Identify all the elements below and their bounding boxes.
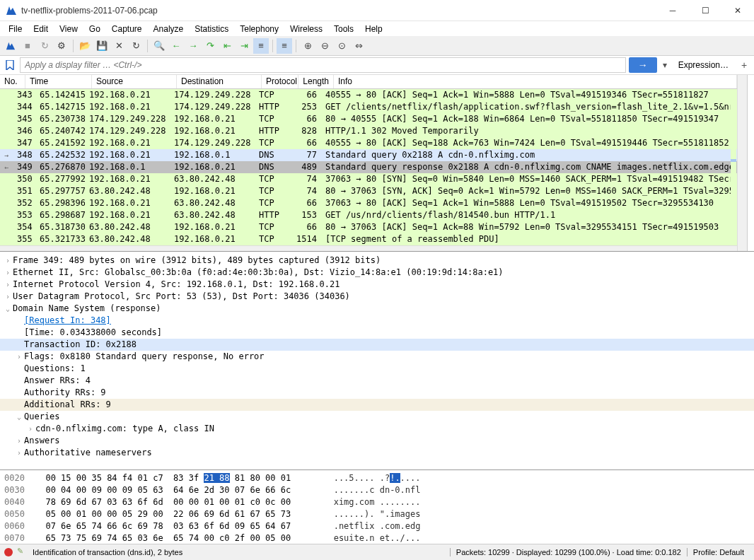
close-button[interactable]: ✕ bbox=[721, 0, 754, 21]
filter-input[interactable] bbox=[20, 57, 626, 73]
packet-row[interactable]: 35565.32173363.80.242.48192.168.0.21TCP1… bbox=[0, 233, 737, 245]
app-icon bbox=[6, 5, 17, 16]
menu-edit[interactable]: Edit bbox=[28, 23, 54, 35]
status-profile[interactable]: Profile: Default bbox=[687, 548, 750, 556]
packet-row[interactable]: 34365.142415192.168.0.21174.129.249.228T… bbox=[0, 89, 737, 101]
packet-row[interactable]: 34565.230738174.129.249.228192.168.0.21T… bbox=[0, 113, 737, 125]
expand-icon[interactable]: › bbox=[3, 279, 13, 291]
col-protocol[interactable]: Protocol bbox=[262, 75, 298, 88]
close-file-icon[interactable]: ✕ bbox=[111, 38, 127, 54]
hex-line[interactable]: 0040 78 69 6d 67 03 63 6f 6d 00 00 01 00… bbox=[4, 496, 750, 508]
collapse-icon[interactable]: ⌄ bbox=[3, 303, 13, 315]
start-capture-icon[interactable] bbox=[3, 38, 18, 54]
packet-list[interactable]: No. Time Source Destination Protocol Len… bbox=[0, 75, 737, 251]
window-title: tv-netflix-problems-2011-07-06.pcap bbox=[21, 6, 656, 16]
col-time[interactable]: Time bbox=[25, 75, 92, 88]
request-link[interactable]: [Request In: 348] bbox=[24, 315, 111, 327]
packet-row[interactable]: →34865.242532192.168.0.21192.168.0.1DNS7… bbox=[0, 149, 737, 161]
colorize-icon[interactable]: ≡ bbox=[277, 38, 292, 54]
packet-row[interactable]: 35165.29775763.80.242.48192.168.0.21TCP7… bbox=[0, 185, 737, 197]
filter-bar: → ▾ Expression… + bbox=[0, 56, 754, 75]
packet-row[interactable]: 35365.298687192.168.0.2163.80.242.48HTTP… bbox=[0, 209, 737, 221]
hex-line[interactable]: 0030 00 04 00 09 00 09 05 63 64 6e 2d 30… bbox=[4, 484, 750, 496]
zoom-reset-icon[interactable]: ⊙ bbox=[334, 38, 349, 54]
menu-go[interactable]: Go bbox=[83, 23, 106, 35]
menu-statistics[interactable]: Statistics bbox=[189, 23, 234, 35]
autoscroll-icon[interactable]: ≡ bbox=[253, 38, 269, 54]
packet-details[interactable]: ›Frame 349: 489 bytes on wire (3912 bits… bbox=[0, 252, 754, 470]
last-icon[interactable]: ⇥ bbox=[236, 38, 252, 54]
menubar: File Edit View Go Capture Analyze Statis… bbox=[0, 21, 754, 36]
col-source[interactable]: Source bbox=[92, 75, 177, 88]
expand-icon[interactable]: › bbox=[25, 423, 35, 435]
menu-wireless[interactable]: Wireless bbox=[284, 23, 328, 35]
restart-capture-icon[interactable]: ↻ bbox=[37, 38, 52, 54]
menu-capture[interactable]: Capture bbox=[106, 23, 148, 35]
menu-telephony[interactable]: Telephony bbox=[234, 23, 284, 35]
maximize-button[interactable]: ☐ bbox=[689, 0, 721, 21]
packet-vscroll[interactable] bbox=[737, 75, 747, 251]
status-field: Identification of transaction (dns.id), … bbox=[33, 548, 450, 556]
hex-line[interactable]: 0060 07 6e 65 74 66 6c 69 78 03 63 6f 6d… bbox=[4, 520, 750, 532]
apply-filter-button[interactable]: → bbox=[629, 57, 657, 73]
zoom-in-icon[interactable]: ⊕ bbox=[300, 38, 315, 54]
packet-minimap[interactable] bbox=[747, 75, 754, 251]
transaction-id: Transaction ID: 0x2188 bbox=[24, 339, 137, 351]
expand-icon[interactable]: › bbox=[14, 351, 24, 363]
col-destination[interactable]: Destination bbox=[177, 75, 262, 88]
col-length[interactable]: Length bbox=[298, 75, 334, 88]
packet-hscroll[interactable] bbox=[0, 245, 737, 251]
col-info[interactable]: Info bbox=[334, 75, 737, 88]
save-icon[interactable]: 💾 bbox=[94, 38, 110, 54]
col-no[interactable]: No. bbox=[0, 75, 25, 88]
hex-line[interactable]: 0020 00 15 00 35 84 f4 01 c7 83 3f 21 88… bbox=[4, 472, 750, 484]
hex-line[interactable]: 0050 05 00 01 00 00 05 29 00 22 06 69 6d… bbox=[4, 508, 750, 520]
add-filter-button[interactable]: + bbox=[737, 59, 751, 71]
bookmark-icon[interactable] bbox=[3, 58, 17, 72]
packet-row[interactable]: 35065.277992192.168.0.2163.80.242.48TCP7… bbox=[0, 173, 737, 185]
packet-row[interactable]: 34465.142715192.168.0.21174.129.249.228H… bbox=[0, 101, 737, 113]
expand-icon[interactable]: › bbox=[14, 447, 24, 459]
packet-row[interactable]: 34665.240742174.129.249.228192.168.0.21H… bbox=[0, 125, 737, 137]
expert-info-icon[interactable] bbox=[4, 548, 13, 556]
minimize-button[interactable]: ─ bbox=[656, 0, 689, 21]
expand-icon[interactable]: › bbox=[3, 291, 13, 303]
first-icon[interactable]: ⇤ bbox=[219, 38, 235, 54]
filter-dropdown-icon[interactable]: ▾ bbox=[660, 57, 670, 73]
hex-pane[interactable]: 0020 00 15 00 35 84 f4 01 c7 83 3f 21 88… bbox=[0, 470, 754, 544]
options-icon[interactable]: ⚙ bbox=[54, 38, 69, 54]
resize-columns-icon[interactable]: ⇔ bbox=[351, 38, 366, 54]
menu-analyze[interactable]: Analyze bbox=[148, 23, 190, 35]
packet-row[interactable]: ←34965.276870192.168.0.1192.168.0.21DNS4… bbox=[0, 161, 737, 173]
expression-button[interactable]: Expression… bbox=[673, 60, 734, 70]
stop-capture-icon[interactable]: ■ bbox=[20, 38, 35, 54]
menu-help[interactable]: Help bbox=[359, 23, 388, 35]
menu-file[interactable]: File bbox=[3, 23, 28, 35]
edit-icon[interactable]: ✎ bbox=[17, 547, 28, 558]
reload-icon[interactable]: ↻ bbox=[128, 38, 144, 54]
zoom-out-icon[interactable]: ⊖ bbox=[317, 38, 332, 54]
status-packets: Packets: 10299 · Displayed: 10299 (100.0… bbox=[450, 548, 687, 556]
packet-row[interactable]: 35265.298396192.168.0.2163.80.242.48TCP6… bbox=[0, 197, 737, 209]
open-icon[interactable]: 📂 bbox=[77, 38, 93, 54]
hex-line[interactable]: 0070 65 73 75 69 74 65 03 6e 65 74 00 c0… bbox=[4, 532, 750, 544]
menu-view[interactable]: View bbox=[54, 23, 83, 35]
menu-tools[interactable]: Tools bbox=[328, 23, 359, 35]
prev-icon[interactable]: ← bbox=[168, 38, 184, 54]
next-icon[interactable]: → bbox=[185, 38, 201, 54]
packet-row[interactable]: 35465.31873063.80.242.48192.168.0.21TCP6… bbox=[0, 221, 737, 233]
expand-icon[interactable]: › bbox=[3, 255, 13, 267]
goto-icon[interactable]: ↷ bbox=[202, 38, 218, 54]
collapse-icon[interactable]: ⌄ bbox=[14, 411, 24, 423]
expand-icon[interactable]: › bbox=[3, 267, 13, 279]
expand-icon[interactable]: › bbox=[14, 435, 24, 447]
packet-row[interactable]: 34765.241592192.168.0.21174.129.249.228T… bbox=[0, 137, 737, 149]
toolbar: ■ ↻ ⚙ 📂 💾 ✕ ↻ 🔍 ← → ↷ ⇤ ⇥ ≡ ≡ ⊕ ⊖ ⊙ ⇔ bbox=[0, 36, 754, 56]
find-icon[interactable]: 🔍 bbox=[151, 38, 167, 54]
status-bar: ✎ Identification of transaction (dns.id)… bbox=[0, 544, 754, 560]
